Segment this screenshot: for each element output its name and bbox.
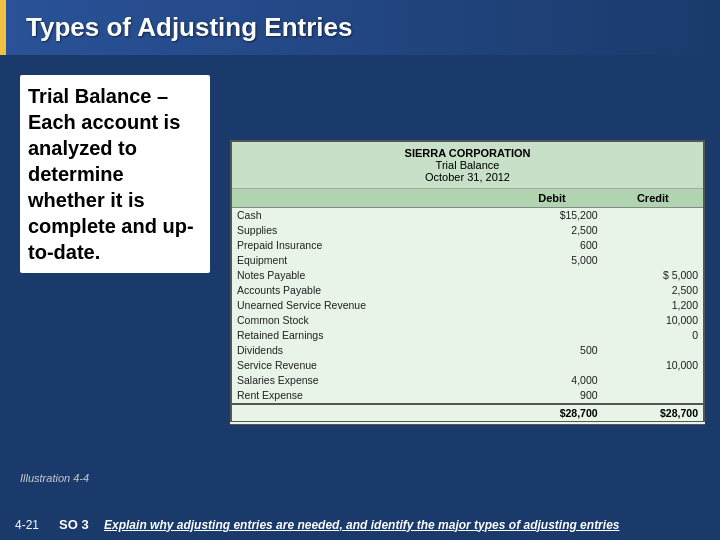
- account-name: Equipment: [231, 253, 501, 268]
- trial-balance-heading: Trial Balance –: [28, 85, 168, 107]
- table-row: Notes Payable$ 5,000: [231, 268, 704, 283]
- credit-value: [603, 388, 704, 404]
- account-name: Common Stock: [231, 313, 501, 328]
- credit-value: [603, 253, 704, 268]
- totals-row: $28,700 $28,700: [231, 404, 704, 423]
- total-debit: $28,700: [501, 404, 602, 423]
- credit-value: 10,000: [603, 358, 704, 373]
- account-name: Salaries Expense: [231, 373, 501, 388]
- page-number: 4-21: [15, 518, 39, 532]
- credit-value: 10,000: [603, 313, 704, 328]
- debit-value: 900: [501, 388, 602, 404]
- credit-value: [603, 343, 704, 358]
- table-row: Prepaid Insurance600: [231, 238, 704, 253]
- account-name: Prepaid Insurance: [231, 238, 501, 253]
- debit-value: [501, 313, 602, 328]
- debit-value: 600: [501, 238, 602, 253]
- table-row: Cash$15,200: [231, 207, 704, 223]
- credit-value: [603, 207, 704, 223]
- debit-value: [501, 328, 602, 343]
- debit-value: 2,500: [501, 223, 602, 238]
- total-label: [231, 404, 501, 423]
- account-name: Cash: [231, 207, 501, 223]
- table-row: Salaries Expense4,000: [231, 373, 704, 388]
- slide-title: Types of Adjusting Entries: [26, 12, 352, 42]
- trial-balance-table: SIERRA CORPORATION Trial Balance October…: [230, 140, 705, 425]
- credit-value: 0: [603, 328, 704, 343]
- illustration-label: Illustration 4-4: [20, 472, 210, 489]
- debit-value: 4,000: [501, 373, 602, 388]
- credit-value: $ 5,000: [603, 268, 704, 283]
- debit-value: 5,000: [501, 253, 602, 268]
- credit-value: 2,500: [603, 283, 704, 298]
- trial-balance-body: Each account is analyzed to determine wh…: [28, 111, 194, 263]
- right-panel: SIERRA CORPORATION Trial Balance October…: [230, 65, 705, 499]
- table-row: Common Stock10,000: [231, 313, 704, 328]
- account-name: Service Revenue: [231, 358, 501, 373]
- table-row: Retained Earnings0: [231, 328, 704, 343]
- bottom-bar: 4-21 SO 3 Explain why adjusting entries …: [0, 509, 720, 540]
- table-row: Unearned Service Revenue1,200: [231, 298, 704, 313]
- table-row: Supplies2,500: [231, 223, 704, 238]
- debit-value: [501, 268, 602, 283]
- account-col-header: [231, 188, 501, 207]
- account-name: Unearned Service Revenue: [231, 298, 501, 313]
- debit-value: [501, 283, 602, 298]
- content-area: Trial Balance – Each account is analyzed…: [0, 55, 720, 509]
- credit-value: [603, 238, 704, 253]
- account-name: Notes Payable: [231, 268, 501, 283]
- table-body: Cash$15,200Supplies2,500Prepaid Insuranc…: [231, 207, 704, 404]
- credit-value: 1,200: [603, 298, 704, 313]
- bottom-description: Explain why adjusting entries are needed…: [104, 518, 619, 532]
- table-row: Accounts Payable2,500: [231, 283, 704, 298]
- account-name: Retained Earnings: [231, 328, 501, 343]
- table-row: Service Revenue10,000: [231, 358, 704, 373]
- credit-value: [603, 223, 704, 238]
- account-name: Supplies: [231, 223, 501, 238]
- credit-col-header: Credit: [603, 188, 704, 207]
- debit-value: [501, 358, 602, 373]
- left-panel: Trial Balance – Each account is analyzed…: [15, 65, 215, 499]
- company-name: SIERRA CORPORATION Trial Balance October…: [231, 141, 704, 189]
- so-badge: SO 3: [59, 517, 94, 532]
- table-row: Dividends500: [231, 343, 704, 358]
- total-credit: $28,700: [603, 404, 704, 423]
- table-row: Equipment5,000: [231, 253, 704, 268]
- account-name: Accounts Payable: [231, 283, 501, 298]
- left-text-block: Trial Balance – Each account is analyzed…: [20, 75, 210, 273]
- title-bar: Types of Adjusting Entries: [0, 0, 720, 55]
- credit-value: [603, 373, 704, 388]
- debit-value: 500: [501, 343, 602, 358]
- account-name: Rent Expense: [231, 388, 501, 404]
- column-headers: Debit Credit: [231, 188, 704, 207]
- debit-value: [501, 298, 602, 313]
- account-name: Dividends: [231, 343, 501, 358]
- slide: Types of Adjusting Entries Trial Balance…: [0, 0, 720, 540]
- table-row: Rent Expense900: [231, 388, 704, 404]
- debit-value: $15,200: [501, 207, 602, 223]
- debit-col-header: Debit: [501, 188, 602, 207]
